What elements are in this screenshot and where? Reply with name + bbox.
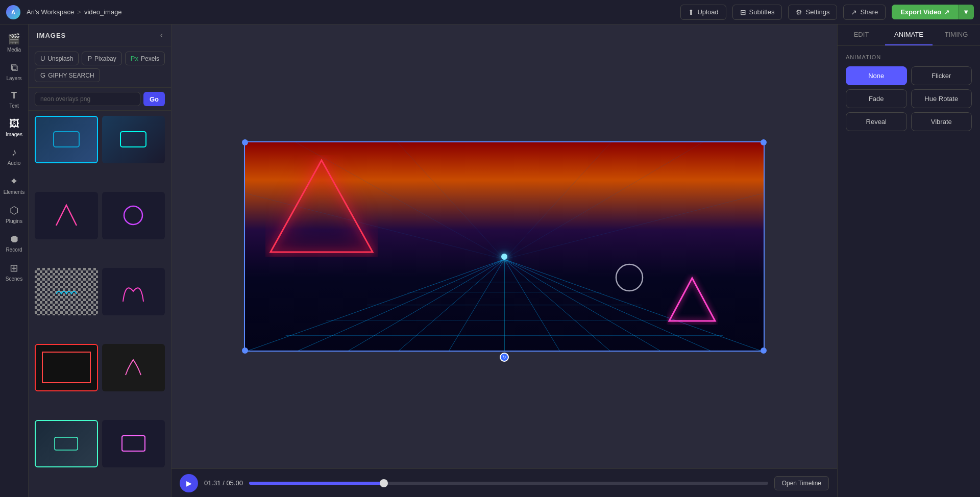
sidebar-label-elements: Elements bbox=[4, 189, 25, 195]
handle-bottom-right[interactable] bbox=[761, 347, 767, 354]
upload-icon: ⬆ bbox=[688, 8, 694, 16]
export-icon: ↗ bbox=[944, 9, 949, 16]
time-display: 01.31 / 05.00 bbox=[204, 479, 243, 487]
tab-timing[interactable]: TIMING bbox=[933, 24, 980, 45]
sidebar-item-record[interactable]: ⏺ Record bbox=[2, 229, 27, 257]
sidebar-item-images[interactable]: 🖼 Images bbox=[2, 114, 27, 141]
breadcrumb: Ari's Workspace > video_image bbox=[27, 8, 122, 16]
timeline-track[interactable] bbox=[249, 482, 768, 485]
canvas-wrapper[interactable]: ↻ bbox=[172, 24, 837, 468]
timeline-thumb[interactable] bbox=[380, 479, 388, 487]
canvas-frame[interactable]: ↻ bbox=[244, 141, 765, 352]
image-thumb-3[interactable] bbox=[35, 192, 98, 239]
tab-animate[interactable]: ANIMATE bbox=[885, 24, 933, 45]
source-tab-unsplash[interactable]: U Unsplash bbox=[35, 52, 79, 65]
handle-top-right[interactable] bbox=[761, 139, 767, 145]
images-panel: IMAGES ‹ U Unsplash P Pixabay Px Pexels … bbox=[29, 24, 172, 497]
image-thumb-10[interactable] bbox=[102, 420, 165, 467]
image-thumb-2[interactable] bbox=[102, 116, 165, 163]
svg-line-26 bbox=[504, 142, 702, 259]
sidebar-label-images: Images bbox=[6, 132, 22, 137]
handle-top-left[interactable] bbox=[242, 139, 248, 145]
subtitles-button[interactable]: ⊟ Subtitles bbox=[732, 5, 782, 20]
svg-line-27 bbox=[504, 142, 611, 259]
go-button[interactable]: Go bbox=[143, 92, 165, 106]
upload-button[interactable]: ⬆ Upload bbox=[680, 5, 726, 20]
svg-point-2 bbox=[124, 206, 142, 225]
layers-icon: ⧉ bbox=[11, 62, 18, 73]
sidebar-label-plugins: Plugins bbox=[6, 218, 22, 224]
audio-icon: ♪ bbox=[12, 146, 17, 158]
image-thumb-4[interactable] bbox=[102, 192, 165, 239]
sidebar-label-media: Media bbox=[7, 47, 21, 53]
unsplash-icon: U bbox=[40, 55, 45, 62]
timeline-progress bbox=[249, 482, 384, 485]
open-timeline-button[interactable]: Open Timeline bbox=[774, 476, 829, 490]
anim-hue-rotate-button[interactable]: Hue Rotate bbox=[911, 89, 972, 108]
sidebar-item-scenes[interactable]: ⊞ Scenes bbox=[2, 258, 27, 286]
image-thumb-9[interactable] bbox=[35, 420, 98, 467]
sidebar-label-audio: Audio bbox=[8, 160, 21, 166]
share-button[interactable]: ↗ Share bbox=[843, 5, 886, 20]
canvas-area: ↻ ▶ 01.31 / 05.00 Open Timeline bbox=[172, 24, 837, 497]
sidebar-item-media[interactable]: 🎬 Media bbox=[2, 29, 27, 57]
share-icon: ↗ bbox=[851, 8, 857, 16]
anim-fade-button[interactable]: Fade bbox=[846, 89, 907, 108]
source-tab-giphy[interactable]: G GIPHY SEARCH bbox=[35, 68, 100, 82]
source-tabs: U Unsplash P Pixabay Px Pexels G GIPHY S… bbox=[29, 46, 171, 88]
images-icon: 🖼 bbox=[9, 118, 19, 130]
vanishing-point bbox=[501, 254, 507, 260]
record-icon: ⏺ bbox=[9, 233, 19, 245]
settings-button[interactable]: ⚙ Settings bbox=[788, 5, 837, 20]
main-layout: 🎬 Media ⧉ Layers T Text 🖼 Images ♪ Audio… bbox=[0, 24, 980, 497]
svg-rect-1 bbox=[120, 132, 146, 147]
chevron-down-icon: ▼ bbox=[963, 8, 969, 16]
app-logo: A bbox=[6, 5, 20, 19]
svg-rect-0 bbox=[54, 132, 79, 147]
svg-marker-30 bbox=[669, 278, 715, 321]
source-tab-pixabay[interactable]: P Pixabay bbox=[82, 52, 121, 65]
anim-reveal-button[interactable]: Reveal bbox=[846, 112, 907, 131]
sidebar-label-layers: Layers bbox=[6, 76, 21, 81]
handle-bottom-left[interactable] bbox=[242, 347, 248, 354]
image-thumb-5[interactable] bbox=[35, 268, 98, 315]
handle-bottom-center[interactable]: ↻ bbox=[500, 353, 509, 362]
svg-point-29 bbox=[616, 264, 643, 291]
anim-flicker-button[interactable]: Flicker bbox=[911, 66, 972, 85]
image-thumb-1[interactable] bbox=[35, 116, 98, 163]
export-video-button[interactable]: Export Video ↗ bbox=[892, 5, 958, 19]
anim-vibrate-button[interactable]: Vibrate bbox=[911, 112, 972, 131]
animation-section: ANIMATION None Flicker Fade Hue Rotate R… bbox=[838, 46, 980, 139]
source-tab-pexels[interactable]: Px Pexels bbox=[125, 52, 165, 65]
text-icon: T bbox=[11, 90, 17, 101]
export-chevron-button[interactable]: ▼ bbox=[958, 5, 974, 19]
play-button[interactable]: ▶ bbox=[180, 474, 198, 492]
scenes-icon: ⊞ bbox=[10, 262, 18, 274]
sidebar-item-layers[interactable]: ⧉ Layers bbox=[2, 58, 27, 85]
panel-title: IMAGES bbox=[37, 32, 66, 39]
image-thumb-7[interactable] bbox=[35, 344, 98, 391]
sidebar-label-scenes: Scenes bbox=[6, 276, 22, 282]
topbar: A Ari's Workspace > video_image ⬆ Upload… bbox=[0, 0, 980, 24]
canvas-background bbox=[245, 142, 764, 351]
search-input[interactable] bbox=[35, 92, 140, 106]
sidebar-item-audio[interactable]: ♪ Audio bbox=[2, 142, 27, 170]
panel-close-button[interactable]: ‹ bbox=[160, 31, 163, 40]
giphy-icon: G bbox=[40, 71, 45, 79]
svg-line-24 bbox=[398, 142, 504, 259]
image-thumb-6[interactable] bbox=[102, 268, 165, 315]
svg-marker-28 bbox=[271, 160, 373, 252]
anim-none-button[interactable]: None bbox=[846, 66, 907, 85]
neon-triangle-large bbox=[265, 155, 378, 257]
workspace-name[interactable]: Ari's Workspace bbox=[27, 8, 74, 16]
image-grid bbox=[29, 111, 171, 497]
search-row: Go bbox=[29, 88, 171, 111]
tab-edit[interactable]: EDIT bbox=[838, 24, 885, 45]
sidebar-item-text[interactable]: T Text bbox=[2, 86, 27, 113]
sidebar-item-elements[interactable]: ✦ Elements bbox=[2, 171, 27, 199]
project-name[interactable]: video_image bbox=[84, 8, 122, 16]
panel-header: IMAGES ‹ bbox=[29, 24, 171, 46]
sidebar-item-plugins[interactable]: ⬡ Plugins bbox=[2, 200, 27, 228]
svg-rect-4 bbox=[122, 436, 145, 451]
image-thumb-8[interactable] bbox=[102, 344, 165, 391]
